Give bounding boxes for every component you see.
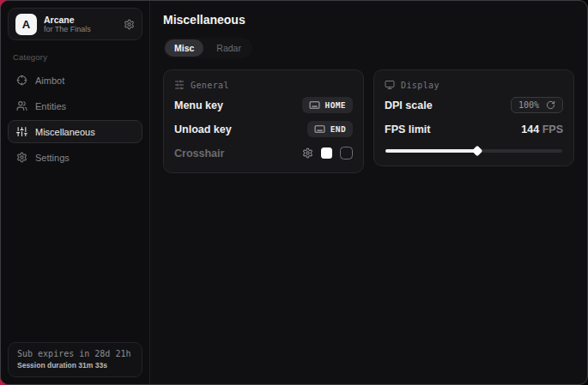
- gear-icon[interactable]: [302, 147, 313, 159]
- sidebar-item-label: Entities: [35, 101, 66, 111]
- gear-icon[interactable]: [124, 19, 135, 30]
- refresh-icon[interactable]: [546, 100, 555, 110]
- app-window: A Arcane for The Finals Category Aimbot …: [0, 0, 588, 385]
- session-duration-text: Session duration 31m 33s: [17, 361, 133, 370]
- main-panel: Miscellaneous Misc Radar General Menu ke…: [150, 1, 587, 384]
- cards-row: General Menu key HOME Unload key: [163, 69, 574, 173]
- menu-key-value: HOME: [325, 100, 346, 110]
- menu-key-binding[interactable]: HOME: [302, 97, 353, 113]
- unload-key-label: Unload key: [174, 123, 232, 135]
- crosshair-label: Crosshair: [174, 147, 224, 159]
- fps-slider[interactable]: [385, 149, 562, 153]
- category-label: Category: [13, 52, 142, 62]
- tab-misc[interactable]: Misc: [165, 39, 203, 57]
- fps-unit: FPS: [539, 123, 563, 135]
- sidebar-item-entities[interactable]: Entities: [8, 94, 142, 117]
- sliders-icon: [16, 126, 27, 137]
- profile-card[interactable]: A Arcane for The Finals: [8, 8, 142, 40]
- page-title: Miscellaneous: [163, 13, 574, 27]
- sidebar-item-settings[interactable]: Settings: [8, 146, 142, 169]
- display-card-header: Display: [385, 80, 563, 90]
- sub-expiry-text: Sub expires in 28d 21h: [17, 349, 133, 358]
- keyboard-icon: [309, 99, 320, 111]
- sidebar-item-miscellaneous[interactable]: Miscellaneous: [8, 120, 142, 143]
- sidebar-item-label: Miscellaneous: [35, 127, 95, 137]
- fps-limit-value: 144 FPS: [521, 123, 563, 135]
- fps-slider-thumb[interactable]: [472, 146, 483, 157]
- dpi-scale-label: DPI scale: [385, 99, 433, 111]
- app-name: Arcane: [44, 15, 117, 25]
- general-card: General Menu key HOME Unload key: [163, 69, 364, 173]
- unload-key-row: Unload key END: [174, 119, 353, 139]
- dpi-scale-value: 100%: [518, 100, 539, 110]
- dpi-scale-control[interactable]: 100%: [511, 97, 563, 113]
- users-icon: [16, 100, 27, 111]
- sliders-horizontal-icon: [174, 80, 185, 90]
- app-subtitle: for The Finals: [44, 25, 117, 33]
- crosshair-color-swatch[interactable]: [321, 147, 332, 159]
- tab-bar: Misc Radar: [163, 38, 252, 58]
- gear-icon: [16, 152, 27, 163]
- sidebar-nav: Aimbot Entities Miscellaneous Settings: [8, 69, 142, 169]
- card-title: General: [191, 81, 229, 90]
- sidebar-item-label: Aimbot: [35, 75, 64, 86]
- monitor-icon: [385, 80, 395, 90]
- app-logo: A: [15, 14, 37, 35]
- unload-key-binding[interactable]: END: [307, 121, 353, 137]
- general-card-header: General: [174, 80, 353, 90]
- menu-key-row: Menu key HOME: [174, 95, 353, 115]
- dpi-scale-row: DPI scale 100%: [385, 95, 563, 115]
- profile-text: Arcane for The Finals: [44, 15, 117, 33]
- fps-limit-label: FPS limit: [385, 123, 430, 135]
- crosshair-checkbox[interactable]: [340, 147, 353, 159]
- tab-radar[interactable]: Radar: [207, 39, 251, 57]
- sidebar-item-label: Settings: [35, 153, 70, 163]
- fps-slider-fill: [385, 149, 477, 153]
- sidebar-item-aimbot[interactable]: Aimbot: [8, 69, 142, 92]
- crosshair-controls: [302, 147, 353, 159]
- keyboard-icon: [314, 123, 325, 135]
- menu-key-label: Menu key: [174, 99, 223, 111]
- crosshair-icon: [16, 75, 27, 86]
- crosshair-row: Crosshair: [174, 143, 353, 163]
- sidebar: A Arcane for The Finals Category Aimbot …: [1, 1, 150, 384]
- window-frame: A Arcane for The Finals Category Aimbot …: [0, 0, 588, 385]
- display-card: Display DPI scale 100% FPS limit 144 FPS: [373, 69, 574, 166]
- fps-limit-row: FPS limit 144 FPS: [385, 119, 563, 139]
- unload-key-value: END: [330, 124, 346, 134]
- subscription-card: Sub expires in 28d 21h Session duration …: [8, 342, 142, 377]
- card-title: Display: [401, 81, 439, 90]
